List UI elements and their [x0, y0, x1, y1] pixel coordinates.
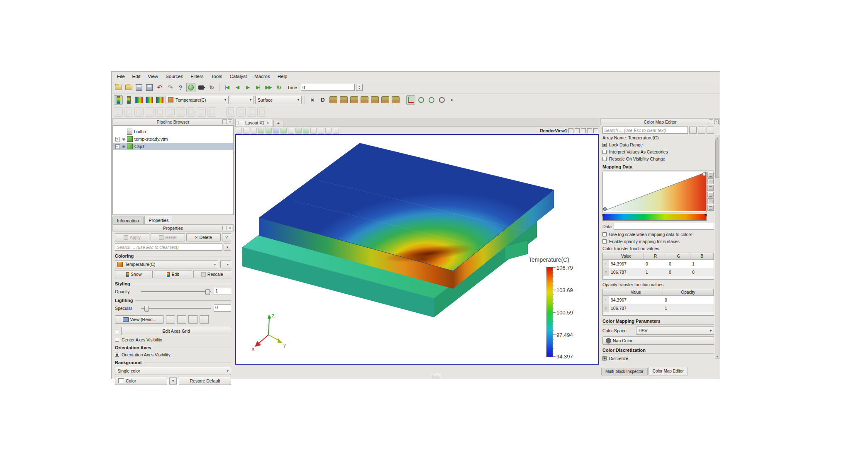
background-color-button[interactable]: Color	[115, 377, 167, 385]
specular-slider[interactable]	[140, 305, 212, 311]
split-horizontal-icon[interactable]	[236, 128, 242, 134]
delete-button[interactable]: ×Delete	[186, 233, 221, 241]
column-header[interactable]: Opacity	[663, 289, 714, 296]
column-header[interactable]	[603, 289, 609, 296]
menu-sources[interactable]: Sources	[163, 73, 186, 80]
opacity-slider[interactable]	[140, 289, 212, 295]
render-on-change-icon[interactable]	[698, 127, 705, 134]
close-tab-icon[interactable]: ×	[266, 121, 269, 125]
edit-colormap-button[interactable]: Edit	[154, 270, 192, 278]
help-button[interactable]: ?	[222, 233, 231, 241]
center-axes-checkbox[interactable]	[115, 338, 119, 342]
expander-icon[interactable]	[115, 144, 120, 149]
filter-threshold-icon[interactable]	[370, 95, 379, 105]
add-layout-tab[interactable]: +	[273, 120, 283, 127]
view-undock-icon[interactable]	[575, 128, 580, 133]
split-vertical-icon[interactable]	[243, 128, 249, 134]
save-preset-icon[interactable]	[707, 178, 714, 184]
toolbar-overflow-icon[interactable]: ▸	[448, 95, 457, 105]
search-options-icon[interactable]: ▾	[224, 244, 231, 251]
menu-edit[interactable]: Edit	[129, 73, 144, 80]
undock-icon[interactable]	[222, 119, 227, 124]
column-header[interactable]: G	[667, 253, 690, 260]
table-row[interactable]: 2 106.787 1 0 0	[603, 268, 714, 276]
coloring-component-combo[interactable]: ▾	[220, 260, 231, 268]
colormap-search-input[interactable]	[602, 127, 688, 134]
view-close-icon[interactable]	[587, 128, 592, 133]
color-function-bar[interactable]	[602, 214, 707, 221]
camera-view-icon[interactable]	[155, 107, 164, 117]
menu-help[interactable]: Help	[275, 73, 290, 80]
range-handle-right[interactable]	[704, 214, 707, 217]
selection-tool-icon[interactable]	[226, 107, 235, 117]
auto-apply-icon[interactable]	[186, 83, 195, 92]
view-toolbar-icon[interactable]	[333, 128, 339, 134]
filter-extract-icon[interactable]	[380, 95, 390, 105]
filter-contour-icon[interactable]	[339, 95, 348, 105]
opacity-value[interactable]: 1	[214, 288, 231, 295]
zoom-to-data-icon[interactable]: ×	[308, 95, 317, 105]
camera-icon[interactable]	[188, 315, 197, 324]
discretize-checkbox[interactable]	[602, 356, 607, 361]
color-legend[interactable]: Temperature(C)	[529, 256, 573, 360]
camera-view-icon[interactable]	[145, 107, 154, 117]
opacity-mapping-checkbox[interactable]	[602, 239, 607, 244]
view-toolbar-icon[interactable]	[303, 128, 309, 134]
orientation-axes-checkbox[interactable]	[115, 353, 119, 357]
toggle-color-legend-icon[interactable]	[114, 95, 123, 105]
color-menu-icon[interactable]: ▾	[169, 378, 177, 385]
camera-view-icon[interactable]	[114, 107, 123, 117]
view-toolbar-icon[interactable]	[288, 128, 294, 134]
rescale-visibility-checkbox[interactable]	[602, 157, 607, 161]
save-data-icon[interactable]	[134, 83, 144, 92]
color-space-combo[interactable]: HSV ▾	[636, 326, 714, 335]
apply-button[interactable]: Apply	[115, 233, 149, 241]
data-value-input[interactable]	[614, 223, 714, 230]
paste-view-icon[interactable]	[177, 315, 186, 324]
undock-icon[interactable]	[709, 119, 713, 124]
selection-tool-icon[interactable]	[257, 107, 266, 117]
log-scale-checkbox[interactable]	[602, 232, 607, 236]
help-icon[interactable]: ?	[176, 83, 185, 92]
vcr-first-frame-icon[interactable]: |◀	[222, 83, 232, 92]
undo-icon[interactable]: ↶	[155, 83, 164, 92]
reset-range-icon[interactable]	[707, 192, 714, 197]
view-settings-icon[interactable]	[568, 128, 573, 133]
camera-view-icon[interactable]	[124, 107, 133, 117]
edit-color-map-icon[interactable]	[124, 95, 133, 105]
visibility-eye-icon[interactable]: ◉	[122, 144, 125, 149]
save-colormap-icon[interactable]	[707, 127, 714, 134]
axes-grid-checkbox[interactable]	[115, 329, 119, 333]
reset-camera-icon[interactable]	[437, 95, 446, 105]
background-mode-combo[interactable]: Single color ▾	[115, 367, 231, 375]
view-toolbar-icon[interactable]	[266, 128, 272, 134]
edit-axes-grid-button[interactable]: Edit Axes Grid	[121, 327, 231, 335]
scrollbar-thumb[interactable]	[715, 140, 719, 178]
menu-file[interactable]: File	[114, 73, 128, 80]
view-maximize-icon[interactable]	[581, 128, 586, 133]
close-icon[interactable]: ×	[714, 119, 719, 124]
control-point[interactable]	[702, 173, 706, 176]
camera-view-icon[interactable]	[197, 107, 206, 117]
filter-clip-icon[interactable]	[349, 95, 358, 105]
control-point[interactable]	[603, 207, 607, 211]
scroll-down-icon[interactable]: ▾	[715, 354, 719, 358]
view-toolbar-icon[interactable]	[258, 128, 264, 134]
choose-preset-icon[interactable]	[707, 172, 714, 178]
view-toolbar-icon[interactable]	[280, 128, 287, 134]
color-legend-bar[interactable]	[546, 267, 553, 357]
view-toolbar-icon[interactable]	[325, 128, 332, 134]
time-input[interactable]	[301, 84, 355, 91]
view-toolbar-icon[interactable]	[295, 128, 302, 134]
transfer-function-editor[interactable]	[602, 172, 714, 221]
menu-tools[interactable]: Tools	[208, 73, 225, 80]
scroll-up-icon[interactable]: ▴	[715, 135, 719, 140]
pipeline-item-builtin[interactable]: builtin:	[113, 128, 233, 135]
table-row[interactable]: 1 94.3967 0	[603, 296, 714, 304]
rescale-custom-range-icon[interactable]	[145, 95, 154, 105]
panel-scrollbar[interactable]: ▴ ▾	[715, 135, 719, 359]
view-toolbar-icon[interactable]	[310, 128, 317, 134]
tab-color-map-editor[interactable]: Color Map Editor	[649, 367, 688, 375]
close-icon[interactable]: ×	[228, 226, 232, 230]
view-options-icon[interactable]	[593, 128, 598, 133]
